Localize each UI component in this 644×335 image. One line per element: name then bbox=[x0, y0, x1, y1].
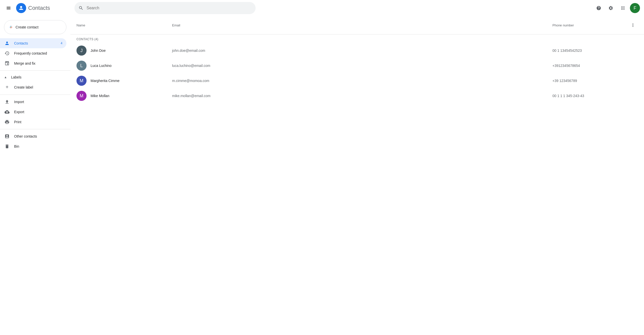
hamburger-icon bbox=[6, 6, 11, 11]
col-header-name: Name bbox=[76, 23, 172, 27]
contacts-list: J John Doe john.doe@email.com 00 1 13454… bbox=[70, 43, 644, 103]
table-row[interactable]: M Mike Mollan mike.mollan@email.com 00 1… bbox=[70, 88, 644, 103]
contact-email: mike.mollan@email.com bbox=[172, 94, 552, 98]
search-input[interactable] bbox=[87, 6, 252, 10]
contact-email: luca.luchino@email.com bbox=[172, 64, 552, 68]
app-logo-icon bbox=[16, 3, 26, 13]
create-label-icon: + bbox=[4, 84, 10, 90]
create-contact-label: Create contact bbox=[16, 25, 38, 29]
contact-phone: 00 1 1 1 345-243-43 bbox=[552, 94, 628, 98]
contact-avatar: M bbox=[76, 76, 87, 86]
contacts-nav-badge: 4 bbox=[61, 41, 62, 45]
upload-icon bbox=[5, 99, 10, 104]
contact-more-button[interactable] bbox=[629, 47, 637, 55]
person-icon bbox=[5, 41, 10, 46]
table-row[interactable]: J John Doe john.doe@email.com 00 1 13454… bbox=[70, 43, 644, 58]
sidebar-divider-2 bbox=[0, 95, 70, 95]
gear-icon bbox=[608, 6, 613, 11]
contact-phone: +3912345678654 bbox=[552, 64, 628, 68]
cloud-upload-icon bbox=[5, 109, 10, 114]
main-layout: + Create contact Contacts 4 Frequently c… bbox=[0, 16, 644, 335]
print-icon bbox=[4, 119, 10, 124]
import-label: Import bbox=[14, 100, 24, 104]
sidebar-item-other-contacts[interactable]: Other contacts bbox=[0, 131, 66, 141]
merge-fix-icon bbox=[5, 61, 10, 66]
help-button[interactable] bbox=[594, 3, 604, 13]
export-icon bbox=[4, 109, 10, 114]
settings-button[interactable] bbox=[606, 3, 616, 13]
topbar: Contacts F bbox=[0, 0, 644, 16]
sidebar-item-bin[interactable]: Bin bbox=[0, 141, 66, 151]
print-svg-icon bbox=[5, 119, 10, 124]
contact-name: Luca Luchino bbox=[91, 64, 171, 68]
contact-name: Margherita Cimme bbox=[91, 79, 171, 83]
contact-name: Mike Mollan bbox=[91, 94, 171, 98]
import-icon bbox=[4, 99, 10, 104]
frequently-contacted-label: Frequently contacted bbox=[14, 51, 47, 55]
contact-avatar: J bbox=[76, 46, 87, 56]
sidebar-divider-3 bbox=[0, 129, 70, 129]
collapse-icon: ▲ bbox=[4, 75, 7, 79]
sidebar-item-export[interactable]: Export bbox=[0, 107, 66, 117]
sidebar-item-contacts[interactable]: Contacts 4 bbox=[0, 38, 66, 48]
contacts-nav-label: Contacts bbox=[14, 41, 28, 45]
user-avatar-button[interactable]: F bbox=[630, 3, 640, 13]
sidebar-item-print[interactable]: Print bbox=[0, 117, 66, 127]
col-header-phone: Phone number bbox=[552, 23, 628, 27]
more-horiz-icon bbox=[631, 49, 635, 53]
merge-and-fix-label: Merge and fix bbox=[14, 61, 35, 65]
more-horiz-icon bbox=[631, 64, 635, 68]
svg-point-0 bbox=[20, 6, 22, 8]
trash-icon bbox=[5, 144, 10, 149]
search-bar[interactable] bbox=[74, 2, 256, 14]
table-row[interactable]: L Luca Luchino luca.luchino@email.com +3… bbox=[70, 58, 644, 73]
sidebar-item-create-label[interactable]: + Create label bbox=[0, 82, 66, 93]
contact-more-button[interactable] bbox=[629, 92, 637, 100]
more-horiz-icon bbox=[631, 94, 635, 98]
contacts-logo-svg bbox=[18, 5, 24, 11]
contact-email: john.doe@email.com bbox=[172, 49, 552, 53]
contact-avatar: M bbox=[76, 91, 87, 101]
contacts-nav-icon bbox=[4, 41, 10, 46]
history-icon bbox=[5, 51, 10, 56]
more-horiz-icon bbox=[631, 79, 635, 83]
create-contact-button[interactable]: + Create contact bbox=[4, 20, 66, 34]
labels-section-label: Labels bbox=[11, 75, 21, 79]
labels-section-header[interactable]: ▲ Labels bbox=[0, 73, 70, 82]
bin-label: Bin bbox=[14, 144, 19, 148]
sidebar-item-merge-and-fix[interactable]: Merge and fix bbox=[0, 58, 66, 68]
sidebar: + Create contact Contacts 4 Frequently c… bbox=[0, 16, 70, 335]
topbar-actions: F bbox=[594, 3, 640, 13]
table-row[interactable]: M Margherita Cimme m.cimme@momoa.com +39… bbox=[70, 73, 644, 88]
sidebar-divider-1 bbox=[0, 70, 70, 71]
app-title: Contacts bbox=[28, 5, 50, 11]
contact-more-button[interactable] bbox=[629, 77, 637, 85]
apps-icon bbox=[620, 6, 625, 11]
content-area: Name Email Phone number CONTACTS (4) J J… bbox=[70, 16, 644, 335]
more-vert-icon bbox=[630, 23, 635, 28]
sidebar-item-frequently-contacted[interactable]: Frequently contacted bbox=[0, 48, 66, 58]
person-outline-icon bbox=[5, 134, 10, 139]
col-header-email: Email bbox=[172, 23, 552, 27]
topbar-left: Contacts bbox=[4, 3, 74, 13]
contact-more-button[interactable] bbox=[629, 62, 637, 70]
contacts-section-label: CONTACTS (4) bbox=[70, 34, 644, 43]
export-label: Export bbox=[14, 110, 24, 114]
sidebar-item-import[interactable]: Import bbox=[0, 97, 66, 107]
user-avatar-letter: F bbox=[634, 6, 636, 11]
contact-name: John Doe bbox=[91, 49, 171, 53]
other-contacts-icon bbox=[4, 134, 10, 139]
print-label: Print bbox=[14, 120, 21, 124]
app-logo: Contacts bbox=[16, 3, 50, 13]
apps-button[interactable] bbox=[618, 3, 628, 13]
search-icon bbox=[78, 6, 84, 11]
more-options-button[interactable] bbox=[628, 20, 638, 30]
help-icon bbox=[596, 6, 601, 11]
menu-button[interactable] bbox=[4, 4, 13, 13]
contact-email: m.cimme@momoa.com bbox=[172, 79, 552, 83]
frequently-contacted-icon bbox=[4, 51, 10, 56]
merge-icon bbox=[4, 61, 10, 66]
contacts-table-header: Name Email Phone number bbox=[70, 16, 644, 34]
create-label-label: Create label bbox=[14, 85, 33, 89]
contact-avatar: L bbox=[76, 61, 87, 71]
